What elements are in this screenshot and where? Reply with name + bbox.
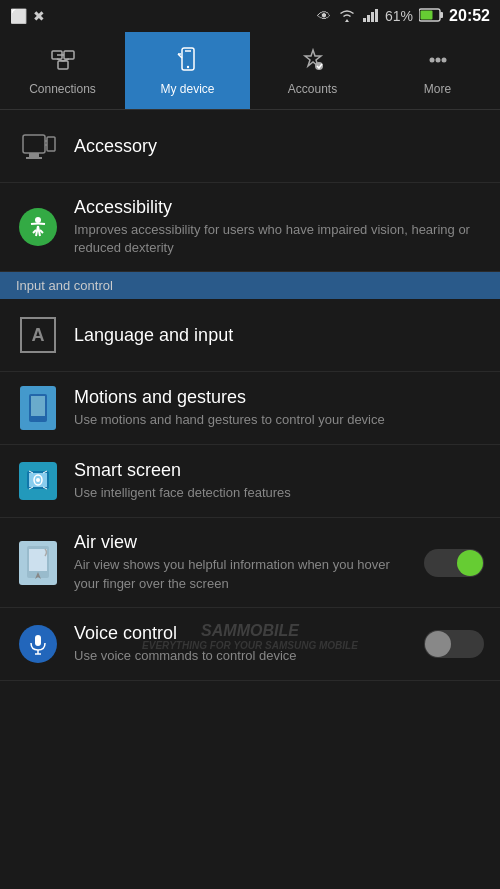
motions-text: Motions and gestures Use motions and han… bbox=[74, 387, 484, 429]
accessibility-text: Accessibility Improves accessibility for… bbox=[74, 197, 484, 257]
smart-screen-item[interactable]: Smart screen Use intelligent face detect… bbox=[0, 445, 500, 518]
eye-icon: 👁 bbox=[317, 8, 331, 24]
accessibility-desc: Improves accessibility for users who hav… bbox=[74, 221, 484, 257]
language-input-item[interactable]: A Language and input bbox=[0, 299, 500, 372]
svg-rect-42 bbox=[35, 635, 41, 646]
signal-icon bbox=[363, 8, 379, 25]
air-view-title: Air view bbox=[74, 532, 414, 553]
svg-rect-41 bbox=[29, 549, 47, 571]
settings-container: Accessory Accessibility bbox=[0, 110, 500, 681]
smart-screen-desc: Use intelligent face detection features bbox=[74, 484, 484, 502]
tab-accounts[interactable]: Accounts bbox=[250, 32, 375, 109]
mydevice-label: My device bbox=[160, 82, 214, 96]
air-view-toggle[interactable] bbox=[424, 549, 484, 577]
voice-control-toggle-knob bbox=[425, 631, 451, 657]
language-title: Language and input bbox=[74, 325, 484, 346]
accessory-icon bbox=[16, 124, 60, 168]
motions-desc: Use motions and hand gestures to control… bbox=[74, 411, 484, 429]
svg-rect-0 bbox=[363, 18, 366, 22]
air-view-desc: Air view shows you helpful information w… bbox=[74, 556, 414, 592]
accounts-icon bbox=[299, 46, 327, 78]
status-right: 👁 61% 20:52 bbox=[317, 7, 490, 25]
smart-screen-icon bbox=[16, 459, 60, 503]
svg-rect-9 bbox=[58, 61, 68, 69]
battery-percent: 61% bbox=[385, 8, 413, 24]
svg-rect-24 bbox=[26, 157, 42, 159]
tab-bar: Connections My device Accounts bbox=[0, 32, 500, 110]
svg-point-15 bbox=[186, 65, 188, 67]
time-display: 20:52 bbox=[449, 7, 490, 25]
voice-control-text: Voice control Use voice commands to cont… bbox=[74, 623, 414, 665]
accessibility-title: Accessibility bbox=[74, 197, 484, 218]
tab-more[interactable]: More bbox=[375, 32, 500, 109]
svg-rect-1 bbox=[367, 15, 370, 22]
svg-rect-3 bbox=[375, 9, 378, 22]
air-view-item[interactable]: Air view Air view shows you helpful info… bbox=[0, 518, 500, 607]
language-text: Language and input bbox=[74, 325, 484, 346]
svg-rect-2 bbox=[371, 12, 374, 22]
svg-rect-6 bbox=[421, 10, 433, 19]
accessibility-icon bbox=[16, 205, 60, 249]
voice-control-desc: Use voice commands to control device bbox=[74, 647, 414, 665]
motions-item[interactable]: Motions and gestures Use motions and han… bbox=[0, 372, 500, 445]
more-icon bbox=[424, 46, 452, 78]
smart-screen-title: Smart screen bbox=[74, 460, 484, 481]
accessory-title: Accessory bbox=[74, 136, 484, 157]
svg-rect-22 bbox=[23, 135, 45, 153]
screenshot-icon: ⬜ bbox=[10, 8, 27, 24]
air-view-text: Air view Air view shows you helpful info… bbox=[74, 532, 414, 592]
svg-rect-30 bbox=[31, 396, 45, 416]
svg-point-21 bbox=[441, 57, 446, 62]
tab-mydevice[interactable]: My device bbox=[125, 32, 250, 109]
connections-icon bbox=[49, 46, 77, 78]
voice-control-toggle-container bbox=[424, 630, 484, 658]
accessory-item[interactable]: Accessory bbox=[0, 110, 500, 183]
accounts-label: Accounts bbox=[288, 82, 337, 96]
svg-rect-25 bbox=[47, 137, 55, 151]
air-view-toggle-knob bbox=[457, 550, 483, 576]
motions-icon bbox=[16, 386, 60, 430]
accessory-text: Accessory bbox=[74, 136, 484, 157]
input-control-divider: Input and control bbox=[0, 272, 500, 299]
air-view-icon bbox=[16, 541, 60, 585]
svg-rect-23 bbox=[29, 153, 39, 157]
voice-control-title: Voice control bbox=[74, 623, 414, 644]
more-label: More bbox=[424, 82, 451, 96]
battery-icon bbox=[419, 8, 443, 25]
svg-point-19 bbox=[429, 57, 434, 62]
accessibility-item[interactable]: Accessibility Improves accessibility for… bbox=[0, 183, 500, 272]
tab-connections[interactable]: Connections bbox=[0, 32, 125, 109]
wifi-icon bbox=[337, 8, 357, 25]
section-divider-label: Input and control bbox=[16, 278, 113, 293]
language-icon-letter: A bbox=[32, 325, 45, 346]
mydevice-icon bbox=[174, 46, 202, 78]
notification-icon: ✖ bbox=[33, 8, 45, 24]
settings-list: Accessory Accessibility bbox=[0, 110, 500, 681]
smart-screen-text: Smart screen Use intelligent face detect… bbox=[74, 460, 484, 502]
voice-control-toggle[interactable] bbox=[424, 630, 484, 658]
air-view-toggle-container bbox=[424, 549, 484, 577]
motions-title: Motions and gestures bbox=[74, 387, 484, 408]
language-icon: A bbox=[16, 313, 60, 357]
voice-control-icon bbox=[16, 622, 60, 666]
status-left: ⬜ ✖ bbox=[10, 8, 45, 24]
svg-rect-8 bbox=[64, 51, 74, 59]
connections-label: Connections bbox=[29, 82, 96, 96]
status-bar: ⬜ ✖ 👁 61% 20:52 bbox=[0, 0, 500, 32]
svg-point-35 bbox=[36, 478, 40, 482]
svg-point-31 bbox=[36, 418, 40, 422]
voice-control-item[interactable]: Voice control Use voice commands to cont… bbox=[0, 608, 500, 681]
svg-point-28 bbox=[35, 217, 41, 223]
svg-rect-5 bbox=[440, 12, 443, 18]
svg-point-20 bbox=[435, 57, 440, 62]
